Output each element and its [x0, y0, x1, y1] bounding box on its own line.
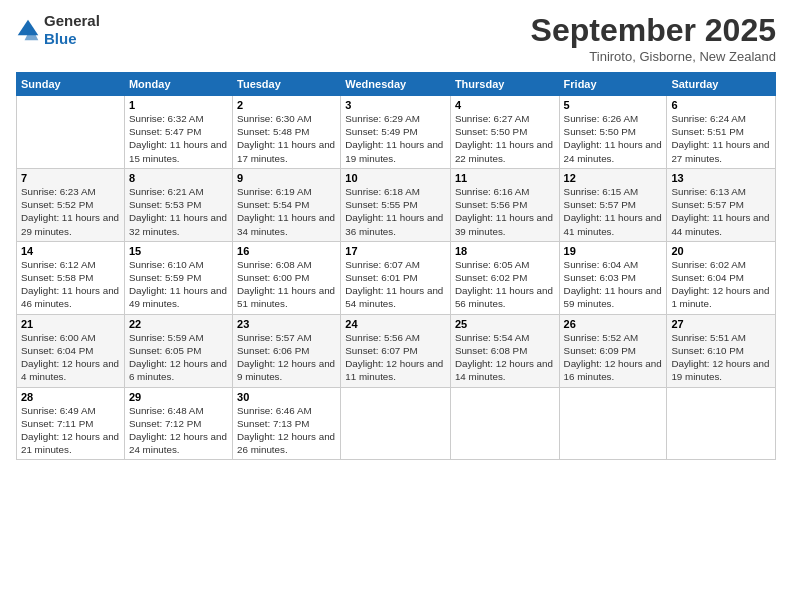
- day-number: 21: [21, 318, 120, 330]
- day-info: Sunrise: 6:30 AM Sunset: 5:48 PM Dayligh…: [237, 112, 336, 165]
- day-info: Sunrise: 6:21 AM Sunset: 5:53 PM Dayligh…: [129, 185, 228, 238]
- day-number: 6: [671, 99, 771, 111]
- day-cell: 1Sunrise: 6:32 AM Sunset: 5:47 PM Daylig…: [124, 96, 232, 169]
- col-header-tuesday: Tuesday: [233, 73, 341, 96]
- logo: General Blue: [16, 12, 100, 48]
- day-cell: 17Sunrise: 6:07 AM Sunset: 6:01 PM Dayli…: [341, 241, 451, 314]
- day-info: Sunrise: 6:24 AM Sunset: 5:51 PM Dayligh…: [671, 112, 771, 165]
- col-header-sunday: Sunday: [17, 73, 125, 96]
- day-cell: 21Sunrise: 6:00 AM Sunset: 6:04 PM Dayli…: [17, 314, 125, 387]
- day-cell: 5Sunrise: 6:26 AM Sunset: 5:50 PM Daylig…: [559, 96, 667, 169]
- day-cell: 26Sunrise: 5:52 AM Sunset: 6:09 PM Dayli…: [559, 314, 667, 387]
- day-cell: 28Sunrise: 6:49 AM Sunset: 7:11 PM Dayli…: [17, 387, 125, 460]
- day-cell: 12Sunrise: 6:15 AM Sunset: 5:57 PM Dayli…: [559, 168, 667, 241]
- col-header-thursday: Thursday: [450, 73, 559, 96]
- day-cell: [667, 387, 776, 460]
- day-cell: [559, 387, 667, 460]
- title-area: September 2025 Tiniroto, Gisborne, New Z…: [531, 12, 776, 64]
- day-cell: 9Sunrise: 6:19 AM Sunset: 5:54 PM Daylig…: [233, 168, 341, 241]
- week-row-4: 21Sunrise: 6:00 AM Sunset: 6:04 PM Dayli…: [17, 314, 776, 387]
- day-number: 20: [671, 245, 771, 257]
- location: Tiniroto, Gisborne, New Zealand: [531, 49, 776, 64]
- day-cell: 3Sunrise: 6:29 AM Sunset: 5:49 PM Daylig…: [341, 96, 451, 169]
- day-info: Sunrise: 5:54 AM Sunset: 6:08 PM Dayligh…: [455, 331, 555, 384]
- col-header-saturday: Saturday: [667, 73, 776, 96]
- day-info: Sunrise: 6:29 AM Sunset: 5:49 PM Dayligh…: [345, 112, 446, 165]
- day-cell: 24Sunrise: 5:56 AM Sunset: 6:07 PM Dayli…: [341, 314, 451, 387]
- day-info: Sunrise: 6:18 AM Sunset: 5:55 PM Dayligh…: [345, 185, 446, 238]
- week-row-2: 7Sunrise: 6:23 AM Sunset: 5:52 PM Daylig…: [17, 168, 776, 241]
- day-number: 10: [345, 172, 446, 184]
- day-number: 27: [671, 318, 771, 330]
- month-title: September 2025: [531, 12, 776, 49]
- day-number: 14: [21, 245, 120, 257]
- day-info: Sunrise: 5:57 AM Sunset: 6:06 PM Dayligh…: [237, 331, 336, 384]
- header-row: SundayMondayTuesdayWednesdayThursdayFrid…: [17, 73, 776, 96]
- day-cell: 30Sunrise: 6:46 AM Sunset: 7:13 PM Dayli…: [233, 387, 341, 460]
- col-header-wednesday: Wednesday: [341, 73, 451, 96]
- day-cell: 16Sunrise: 6:08 AM Sunset: 6:00 PM Dayli…: [233, 241, 341, 314]
- day-number: 2: [237, 99, 336, 111]
- day-info: Sunrise: 6:13 AM Sunset: 5:57 PM Dayligh…: [671, 185, 771, 238]
- day-cell: 27Sunrise: 5:51 AM Sunset: 6:10 PM Dayli…: [667, 314, 776, 387]
- day-info: Sunrise: 6:12 AM Sunset: 5:58 PM Dayligh…: [21, 258, 120, 311]
- week-row-5: 28Sunrise: 6:49 AM Sunset: 7:11 PM Dayli…: [17, 387, 776, 460]
- day-info: Sunrise: 6:05 AM Sunset: 6:02 PM Dayligh…: [455, 258, 555, 311]
- day-info: Sunrise: 6:10 AM Sunset: 5:59 PM Dayligh…: [129, 258, 228, 311]
- day-info: Sunrise: 6:02 AM Sunset: 6:04 PM Dayligh…: [671, 258, 771, 311]
- day-info: Sunrise: 6:15 AM Sunset: 5:57 PM Dayligh…: [564, 185, 663, 238]
- day-number: 30: [237, 391, 336, 403]
- day-cell: 29Sunrise: 6:48 AM Sunset: 7:12 PM Dayli…: [124, 387, 232, 460]
- day-cell: 15Sunrise: 6:10 AM Sunset: 5:59 PM Dayli…: [124, 241, 232, 314]
- day-info: Sunrise: 6:32 AM Sunset: 5:47 PM Dayligh…: [129, 112, 228, 165]
- day-cell: 14Sunrise: 6:12 AM Sunset: 5:58 PM Dayli…: [17, 241, 125, 314]
- day-number: 1: [129, 99, 228, 111]
- calendar-table: SundayMondayTuesdayWednesdayThursdayFrid…: [16, 72, 776, 460]
- day-info: Sunrise: 6:27 AM Sunset: 5:50 PM Dayligh…: [455, 112, 555, 165]
- day-info: Sunrise: 6:16 AM Sunset: 5:56 PM Dayligh…: [455, 185, 555, 238]
- day-cell: 2Sunrise: 6:30 AM Sunset: 5:48 PM Daylig…: [233, 96, 341, 169]
- day-info: Sunrise: 6:04 AM Sunset: 6:03 PM Dayligh…: [564, 258, 663, 311]
- page: General Blue September 2025 Tiniroto, Gi…: [0, 0, 792, 612]
- day-number: 25: [455, 318, 555, 330]
- day-info: Sunrise: 6:48 AM Sunset: 7:12 PM Dayligh…: [129, 404, 228, 457]
- col-header-friday: Friday: [559, 73, 667, 96]
- logo-text: General Blue: [44, 12, 100, 48]
- day-info: Sunrise: 6:26 AM Sunset: 5:50 PM Dayligh…: [564, 112, 663, 165]
- day-info: Sunrise: 6:00 AM Sunset: 6:04 PM Dayligh…: [21, 331, 120, 384]
- day-cell: 25Sunrise: 5:54 AM Sunset: 6:08 PM Dayli…: [450, 314, 559, 387]
- day-number: 11: [455, 172, 555, 184]
- day-number: 24: [345, 318, 446, 330]
- week-row-3: 14Sunrise: 6:12 AM Sunset: 5:58 PM Dayli…: [17, 241, 776, 314]
- day-number: 29: [129, 391, 228, 403]
- day-number: 3: [345, 99, 446, 111]
- header: General Blue September 2025 Tiniroto, Gi…: [16, 12, 776, 64]
- day-cell: 19Sunrise: 6:04 AM Sunset: 6:03 PM Dayli…: [559, 241, 667, 314]
- day-cell: [341, 387, 451, 460]
- day-info: Sunrise: 6:46 AM Sunset: 7:13 PM Dayligh…: [237, 404, 336, 457]
- day-cell: 11Sunrise: 6:16 AM Sunset: 5:56 PM Dayli…: [450, 168, 559, 241]
- day-number: 22: [129, 318, 228, 330]
- day-number: 5: [564, 99, 663, 111]
- day-number: 17: [345, 245, 446, 257]
- day-number: 16: [237, 245, 336, 257]
- day-cell: 7Sunrise: 6:23 AM Sunset: 5:52 PM Daylig…: [17, 168, 125, 241]
- day-number: 9: [237, 172, 336, 184]
- day-info: Sunrise: 5:52 AM Sunset: 6:09 PM Dayligh…: [564, 331, 663, 384]
- day-number: 19: [564, 245, 663, 257]
- day-cell: 23Sunrise: 5:57 AM Sunset: 6:06 PM Dayli…: [233, 314, 341, 387]
- week-row-1: 1Sunrise: 6:32 AM Sunset: 5:47 PM Daylig…: [17, 96, 776, 169]
- day-number: 28: [21, 391, 120, 403]
- day-cell: 20Sunrise: 6:02 AM Sunset: 6:04 PM Dayli…: [667, 241, 776, 314]
- svg-marker-0: [18, 20, 39, 35]
- day-info: Sunrise: 5:56 AM Sunset: 6:07 PM Dayligh…: [345, 331, 446, 384]
- logo-icon: [16, 18, 40, 42]
- day-number: 13: [671, 172, 771, 184]
- day-info: Sunrise: 6:07 AM Sunset: 6:01 PM Dayligh…: [345, 258, 446, 311]
- day-cell: 18Sunrise: 6:05 AM Sunset: 6:02 PM Dayli…: [450, 241, 559, 314]
- day-cell: 8Sunrise: 6:21 AM Sunset: 5:53 PM Daylig…: [124, 168, 232, 241]
- day-info: Sunrise: 5:59 AM Sunset: 6:05 PM Dayligh…: [129, 331, 228, 384]
- col-header-monday: Monday: [124, 73, 232, 96]
- day-cell: 22Sunrise: 5:59 AM Sunset: 6:05 PM Dayli…: [124, 314, 232, 387]
- day-cell: 13Sunrise: 6:13 AM Sunset: 5:57 PM Dayli…: [667, 168, 776, 241]
